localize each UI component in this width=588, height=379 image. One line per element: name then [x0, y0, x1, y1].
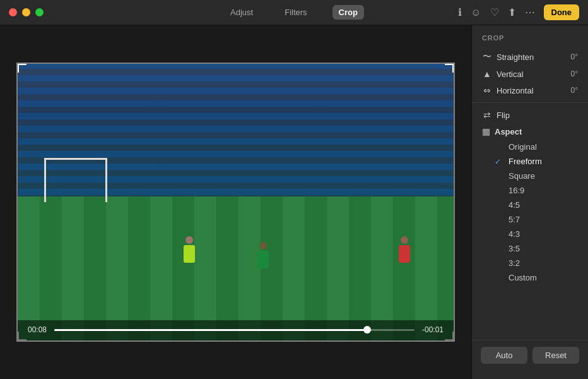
divider-1	[472, 102, 588, 103]
aspect-option-custom[interactable]: Custom	[472, 270, 588, 285]
video-area: 00:08 -00:01	[0, 25, 471, 379]
tab-filters[interactable]: Filters	[278, 5, 313, 20]
aspect-option-3-2[interactable]: 3:2	[472, 256, 588, 270]
toolbar-right: ℹ ☺ ♡ ⬆ ⋯ Done	[458, 4, 579, 20]
aspect-3-2-label: 3:2	[509, 258, 520, 268]
minimize-button[interactable]	[22, 8, 30, 16]
traffic-lights	[9, 8, 44, 16]
aspect-original-label: Original	[509, 142, 537, 152]
vertical-icon: ▲	[482, 69, 492, 79]
goalpost	[44, 158, 107, 202]
aspect-option-4-5[interactable]: 4:5	[472, 198, 588, 212]
player-1-body	[184, 245, 195, 263]
aspect-option-4-3[interactable]: 4:3	[472, 227, 588, 241]
vertical-left: ▲ Vertical	[482, 69, 524, 79]
reset-button[interactable]: Reset	[532, 347, 579, 364]
titlebar: Adjust Filters Crop ℹ ☺ ♡ ⬆ ⋯ Done	[0, 0, 588, 25]
player-1-head	[185, 236, 193, 244]
player-1	[184, 236, 195, 263]
video-frame[interactable]: 00:08 -00:01	[16, 63, 455, 342]
right-panel: CROP 〜 Straighten 0° ▲ Vertical 0° ⇔ Hor…	[471, 25, 588, 379]
player-2-body	[257, 251, 269, 268]
seek-bar[interactable]	[54, 329, 415, 331]
done-button[interactable]: Done	[544, 4, 580, 20]
vertical-value: 0°	[571, 69, 578, 78]
straighten-row[interactable]: 〜 Straighten 0°	[472, 48, 588, 66]
seek-fill	[54, 329, 371, 331]
aspect-option-5-7[interactable]: 5:7	[472, 212, 588, 227]
aspect-freeform-label: Freeform	[509, 157, 542, 166]
aspect-option-square[interactable]: Square	[472, 169, 588, 183]
share-icon[interactable]: ⬆	[508, 6, 516, 18]
aspect-option-freeform[interactable]: ✓ Freeform	[472, 154, 588, 169]
horizontal-value: 0°	[571, 86, 578, 95]
toolbar-tabs: Adjust Filters Crop	[224, 5, 364, 20]
flip-row[interactable]: ⇄ Flip	[472, 107, 588, 123]
aspect-icon: ▦	[482, 126, 490, 136]
main-area: 00:08 -00:01 CROP 〜 Straighten 0°	[0, 25, 588, 379]
maximize-button[interactable]	[35, 8, 44, 16]
player-3-head	[401, 236, 408, 244]
aspect-option-original[interactable]: Original	[472, 140, 588, 154]
auto-button[interactable]: Auto	[481, 347, 527, 364]
aspect-3-5-label: 3:5	[509, 244, 520, 253]
straighten-icon: 〜	[482, 51, 492, 63]
crop-section-title: CROP	[472, 34, 588, 48]
horizontal-label: Horizontal	[497, 86, 534, 95]
aspect-option-16-9[interactable]: 16:9	[472, 183, 588, 198]
field	[18, 196, 454, 340]
time-current: 00:08	[28, 325, 47, 334]
info-icon[interactable]: ℹ	[458, 6, 462, 18]
player-2-head	[259, 242, 267, 250]
aspect-custom-label: Custom	[509, 273, 537, 282]
tab-crop[interactable]: Crop	[332, 5, 364, 20]
close-button[interactable]	[9, 8, 17, 16]
aspect-option-3-5[interactable]: 3:5	[472, 241, 588, 256]
time-remaining: -00:01	[422, 325, 444, 334]
vertical-row[interactable]: ▲ Vertical 0°	[472, 66, 588, 82]
horizontal-icon: ⇔	[482, 85, 492, 95]
tab-adjust[interactable]: Adjust	[224, 5, 259, 20]
checkmark-freeform: ✓	[495, 157, 503, 166]
horizontal-left: ⇔ Horizontal	[482, 85, 534, 95]
straighten-label: Straighten	[497, 52, 534, 62]
straighten-value: 0°	[571, 52, 578, 61]
crop-corner-tl[interactable]	[18, 64, 26, 73]
panel-bottom: Auto Reset	[472, 340, 588, 370]
flip-label: Flip	[497, 111, 510, 120]
aspect-4-5-label: 4:5	[509, 200, 520, 210]
heart-icon[interactable]: ♡	[490, 6, 499, 18]
seek-thumb[interactable]	[363, 326, 371, 334]
flip-icon: ⇄	[482, 110, 492, 120]
player-3	[399, 236, 410, 263]
aspect-heading-label: Aspect	[495, 127, 522, 136]
vertical-label: Vertical	[497, 69, 524, 79]
horizontal-row[interactable]: ⇔ Horizontal 0°	[472, 82, 588, 99]
crop-corner-tr[interactable]	[445, 64, 454, 73]
player-3-body	[399, 245, 410, 263]
flip-left: ⇄ Flip	[482, 110, 510, 120]
player-2	[257, 242, 269, 268]
video-controls: 00:08 -00:01	[18, 320, 454, 340]
aspect-16-9-label: 16:9	[509, 186, 524, 195]
more-icon[interactable]: ⋯	[525, 6, 535, 18]
aspect-heading: ▦ Aspect	[472, 123, 588, 140]
straighten-left: 〜 Straighten	[482, 51, 534, 63]
aspect-square-label: Square	[509, 171, 535, 181]
aspect-4-3-label: 4:3	[509, 229, 520, 239]
aspect-5-7-label: 5:7	[509, 215, 520, 224]
video-container: 00:08 -00:01	[16, 63, 455, 342]
face-icon[interactable]: ☺	[471, 7, 481, 18]
